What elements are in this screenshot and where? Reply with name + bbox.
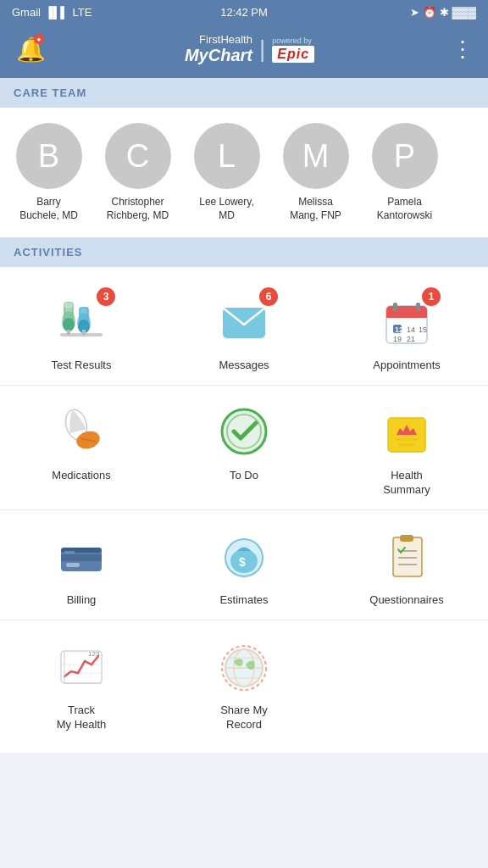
location-icon: ➤ [410,6,419,19]
activity-icon-appointments: 12 14 15 19 21 1 [376,291,437,352]
logo-divider: | [259,36,265,63]
svg-rect-35 [64,551,75,554]
svg-rect-29 [395,438,419,441]
activity-label-questionnaires: Questionnaires [369,593,443,608]
svg-text:123: 123 [88,650,100,658]
activity-item-share-record[interactable]: Share MyRecord [163,620,325,744]
activity-item-questionnaires[interactable]: Questionnaires [325,510,488,620]
app-header: 🔔 ● FirstHealth MyChart | powered by Epi… [0,24,488,78]
activity-icon-questionnaires [376,526,437,587]
bluetooth-icon: ✱ [440,6,449,19]
svg-rect-9 [82,330,86,335]
signal-icon: ▐▌▌ [45,6,69,19]
activity-label-share-record: Share MyRecord [220,704,268,732]
powered-by-label: powered by [272,36,312,45]
activity-label-todo: To Do [230,469,258,483]
activity-label-health-summary: HealthSummary [383,469,430,498]
activity-item-todo[interactable]: To Do [163,386,325,509]
care-avatar-1: C [105,123,171,189]
activity-item-billing[interactable]: Billing [0,510,163,620]
activity-item-messages[interactable]: 6Messages [163,275,325,385]
activity-label-estimates: Estimates [219,593,268,608]
svg-point-3 [63,318,75,331]
notification-bell-button[interactable]: 🔔 ● [14,32,47,66]
status-bar: Gmail ▐▌▌ LTE 12:42 PM ➤ ⏰ ✱ ▓▓▓ [0,0,488,24]
svg-text:21: 21 [407,335,415,343]
care-member-0[interactable]: B BarryBuchele, MD [8,123,89,222]
svg-rect-13 [386,313,427,318]
activity-item-appointments[interactable]: 12 14 15 19 21 1Appointments [325,275,488,385]
app-name-mychart: MyChart [185,46,252,65]
care-name-0: BarryBuchele, MD [19,196,78,222]
svg-rect-7 [60,333,103,337]
care-member-4[interactable]: P PamelaKantorowski [364,123,445,222]
activity-label-medications: Medications [52,469,110,483]
svg-rect-2 [64,303,73,308]
care-member-1[interactable]: C ChristopherRichberg, MD [97,123,178,222]
activity-icon-estimates: $ [214,526,274,587]
svg-rect-32 [61,554,102,561]
activity-icon-messages: 6 [214,291,274,352]
more-menu-button[interactable]: ⋮ [452,38,474,60]
care-member-3[interactable]: M MelissaMang, FNP [275,123,356,222]
care-member-2[interactable]: L Lee Lowery,MD [186,123,267,222]
svg-text:12: 12 [395,326,403,334]
activity-label-billing: Billing [67,593,97,608]
status-left: Gmail ▐▌▌ LTE [12,6,92,19]
svg-text:15: 15 [419,326,427,334]
activity-icon-health-summary [376,401,437,462]
activities-grid: 3Test Results 6Messages 12 14 15 19 21 1… [0,267,488,752]
activity-badge-test-results: 3 [97,287,115,306]
svg-text:14: 14 [407,326,415,334]
activity-icon-billing [51,526,112,587]
carrier-label: Gmail [12,6,41,19]
svg-rect-15 [416,303,420,311]
svg-rect-14 [393,303,397,311]
svg-rect-42 [400,535,413,542]
app-logo: FirstHealth MyChart | powered by Epic [185,33,314,65]
epic-logo: Epic [272,46,314,63]
svg-text:$: $ [239,555,246,569]
care-name-3: MelissaMang, FNP [290,196,341,222]
care-name-2: Lee Lowery,MD [199,196,253,222]
activity-icon-todo [214,401,274,462]
care-avatar-0: B [16,123,82,189]
app-name-first: FirstHealth [185,33,252,46]
alarm-icon: ⏰ [423,6,436,19]
activity-item-track-health[interactable]: 123 TrackMy Health [0,620,163,744]
svg-rect-33 [66,563,80,567]
care-name-1: ChristopherRichberg, MD [107,196,169,222]
care-avatar-3: M [283,123,349,189]
activity-item-test-results[interactable]: 3Test Results [0,275,163,385]
activity-label-appointments: Appointments [373,359,441,373]
activity-label-messages: Messages [219,359,269,373]
activity-label-test-results: Test Results [52,359,112,373]
activity-icon-medications [51,401,112,462]
status-right: ➤ ⏰ ✱ ▓▓▓ [410,6,476,19]
bottom-spacer [0,753,488,778]
care-avatar-2: L [194,123,260,189]
activity-icon-track-health: 123 [51,636,112,697]
activity-item-health-summary[interactable]: HealthSummary [325,386,488,509]
status-time: 12:42 PM [220,6,268,19]
care-team-section-header: CARE TEAM [0,78,488,108]
activity-item-medications[interactable]: Medications [0,386,163,509]
activity-badge-appointments: 1 [422,287,441,306]
activity-icon-test-results: 3 [51,291,112,352]
activity-item-estimates[interactable]: $ Estimates [163,510,325,620]
lte-label: LTE [73,6,92,19]
activity-icon-share-record [214,636,274,697]
svg-rect-40 [393,537,422,576]
battery-icon: ▓▓▓ [452,6,476,19]
care-avatar-4: P [372,123,438,189]
activities-section-header: ACTIVITIES [0,237,488,267]
bell-badge: ● [34,34,44,44]
svg-rect-30 [398,443,415,446]
care-team-list: B BarryBuchele, MD C ChristopherRichberg… [0,108,488,237]
svg-rect-8 [67,330,70,335]
activity-label-track-health: TrackMy Health [57,704,107,732]
activity-badge-messages: 6 [259,287,278,306]
care-name-4: PamelaKantorowski [377,196,432,222]
svg-text:19: 19 [393,335,402,343]
